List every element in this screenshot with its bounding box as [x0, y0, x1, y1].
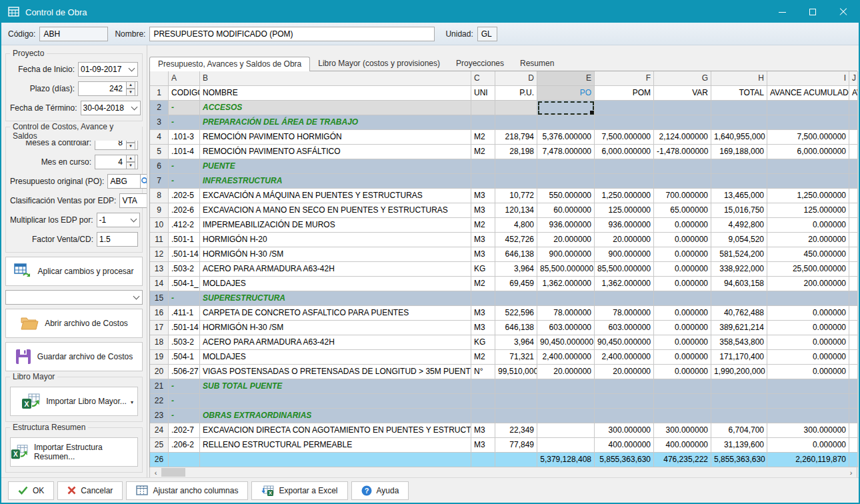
grid-cell[interactable]: 218,794 — [495, 130, 537, 145]
grid-cell[interactable]: 200.000000 — [767, 277, 849, 291]
grid-cell[interactable]: 13,465,000 — [711, 189, 767, 203]
grid-cell[interactable]: MOLDAJES — [200, 277, 471, 291]
nombre-field[interactable]: PRESUPUESTO MODIFICADO (POM) — [149, 27, 435, 41]
grid-cell[interactable] — [654, 101, 711, 115]
grid-cell[interactable] — [849, 277, 858, 291]
grid-cell[interactable]: 900.000000 — [537, 247, 595, 262]
row-number[interactable]: 6 — [150, 159, 169, 174]
grid-cell[interactable]: M2 — [471, 277, 495, 291]
guardar-costos-button[interactable]: Guardar archivo de Costos — [5, 342, 143, 371]
grid-cell[interactable]: 338,922,000 — [711, 262, 767, 277]
column-header-G[interactable]: G — [654, 71, 711, 86]
row-number[interactable]: 8 — [150, 189, 169, 203]
grid-cell[interactable]: M2 — [471, 130, 495, 145]
grid-cell[interactable]: EXCAVACION A MANO EN SECO EN PUENTES Y E… — [200, 203, 471, 218]
grid-cell[interactable] — [537, 115, 595, 130]
grid-cell[interactable]: 0.000000 — [654, 365, 711, 379]
grid-cell[interactable]: M3 — [471, 189, 495, 203]
grid-cell[interactable]: .501-14 — [169, 247, 200, 262]
grid-cell[interactable]: 25,500.000000 — [767, 262, 849, 277]
grid-cell[interactable]: 0.000000 — [767, 350, 849, 365]
grid-cell[interactable] — [537, 159, 595, 174]
aplicar-cambios-button[interactable]: Aplicar cambios y procesar — [5, 257, 143, 286]
grid-cell[interactable]: 452,726 — [495, 233, 537, 247]
grid-cell[interactable]: 90,450.000000 — [595, 335, 654, 350]
grid-cell[interactable] — [849, 409, 858, 423]
grid-cell[interactable]: 7,500.000000 — [595, 130, 654, 145]
grid-cell[interactable] — [595, 379, 654, 394]
grid-cell[interactable]: 1,362.000000 — [595, 277, 654, 291]
tab-libro-mayor[interactable]: Libro Mayor (costos y provisiones) — [310, 57, 448, 71]
grid-cell[interactable]: 85,500.000000 — [537, 262, 595, 277]
factor-field[interactable]: 1.5 — [97, 232, 138, 247]
grid-cell[interactable] — [849, 174, 858, 189]
row-number[interactable]: 4 — [150, 130, 169, 145]
column-header-D[interactable]: D — [495, 71, 537, 86]
row-number[interactable]: 16 — [150, 306, 169, 321]
ayuda-button[interactable]: ? Ayuda — [351, 481, 409, 500]
grid-cell[interactable]: SUPERESTRUCTURA — [200, 291, 471, 306]
grid-cell[interactable]: 936.000000 — [595, 218, 654, 233]
grid-cell[interactable] — [495, 115, 537, 130]
unidad-field[interactable]: GL — [477, 27, 497, 41]
grid-cell[interactable] — [849, 218, 858, 233]
grid-cell[interactable]: HORMIGÓN H-20 — [200, 233, 471, 247]
grid-cell[interactable]: 5,855,363,630 — [595, 453, 654, 467]
grid-cell[interactable]: -1,478.000000 — [654, 145, 711, 159]
column-header-F[interactable]: F — [595, 71, 654, 86]
grid-cell[interactable]: 85,500.000000 — [595, 262, 654, 277]
grid-cell[interactable]: RELLENO ESTRUCTURAL PERMEABLE — [200, 438, 471, 453]
grid-cell[interactable]: 2,260,119,870 — [767, 453, 849, 467]
grid-cell[interactable] — [654, 115, 711, 130]
grid-cell[interactable] — [849, 233, 858, 247]
grid-cell[interactable] — [200, 453, 471, 467]
row-number[interactable]: 20 — [150, 365, 169, 379]
grid-cell[interactable]: 0.000000 — [654, 335, 711, 350]
grid-cell[interactable] — [849, 262, 858, 277]
grid-cell[interactable]: M2 — [471, 218, 495, 233]
grid-cell[interactable]: IMPERMEABILIZACIÓN DE MUROS — [200, 218, 471, 233]
grid-cell[interactable] — [849, 453, 858, 467]
grid-cell[interactable]: KG — [471, 335, 495, 350]
grid-cell[interactable] — [471, 159, 495, 174]
grid-cell[interactable]: - — [169, 394, 200, 409]
grid-cell[interactable] — [767, 394, 849, 409]
grid-cell[interactable]: 0.000000 — [654, 306, 711, 321]
row-number[interactable]: 13 — [150, 262, 169, 277]
grid-cell[interactable]: 65.000000 — [654, 203, 711, 218]
grid-cell[interactable] — [767, 174, 849, 189]
row-number[interactable]: 3 — [150, 115, 169, 130]
field-header-var[interactable]: VAR — [654, 86, 711, 101]
row-number[interactable]: 14 — [150, 277, 169, 291]
grid-cell[interactable]: .101-3 — [169, 130, 200, 145]
grid-cell[interactable]: INFRAESTRUCTURA — [200, 174, 471, 189]
grid-cell[interactable]: CARPETA DE CONCRETO ASFALTICO PARA PUENT… — [200, 306, 471, 321]
grid-cell[interactable]: 15,016,750 — [711, 203, 767, 218]
grid-cell[interactable]: 7,478.000000 — [537, 145, 595, 159]
grid-cell[interactable] — [537, 423, 595, 438]
grid-cell[interactable]: .202-6 — [169, 203, 200, 218]
grid-cell[interactable]: 171,170,400 — [711, 350, 767, 365]
grid-cell[interactable] — [849, 438, 858, 453]
grid-cell[interactable] — [849, 203, 858, 218]
search-presupuesto-button[interactable] — [140, 174, 147, 189]
grid-cell[interactable]: 20.000000 — [767, 233, 849, 247]
grid-cell[interactable] — [767, 291, 849, 306]
grid-cell[interactable] — [711, 101, 767, 115]
grid-cell[interactable]: HORMIGÓN H-30 /SM — [200, 321, 471, 335]
mes-curso-stepper[interactable]: 4 ▲▼ — [95, 155, 138, 169]
grid-cell[interactable]: 0.000000 — [654, 218, 711, 233]
grid-cell[interactable]: REMOCIÓN PAVIMENTO ASFÁLTICO — [200, 145, 471, 159]
grid-cell[interactable]: 5,376.000000 — [537, 130, 595, 145]
grid-cell[interactable]: SUB TOTAL PUENTE — [200, 379, 471, 394]
grid-cell[interactable]: 603.000000 — [595, 321, 654, 335]
grid-cell[interactable] — [169, 453, 200, 467]
grid-cell[interactable] — [654, 291, 711, 306]
grid-cell[interactable]: - — [169, 115, 200, 130]
grid-cell[interactable]: M3 — [471, 321, 495, 335]
grid-cell[interactable]: - — [169, 159, 200, 174]
grid-cell[interactable] — [849, 247, 858, 262]
grid-cell[interactable]: 522,596 — [495, 306, 537, 321]
row-number[interactable]: 2 — [150, 101, 169, 115]
codigo-field[interactable]: ABH — [39, 27, 108, 41]
